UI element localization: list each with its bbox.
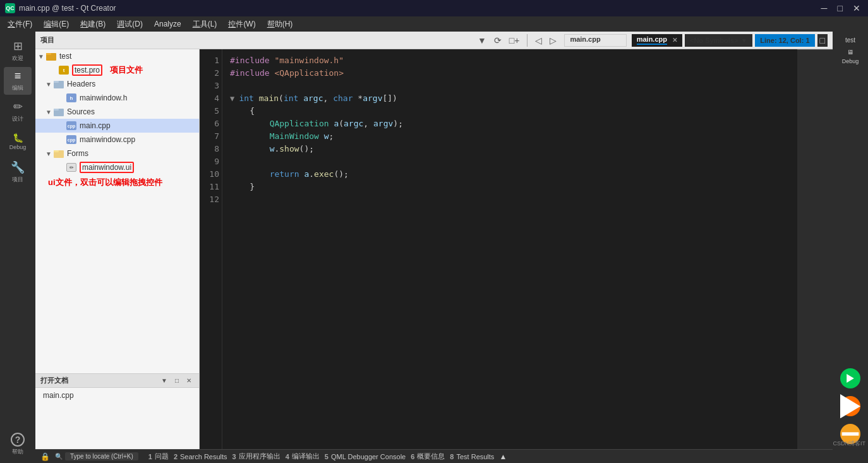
status-arrow-btn[interactable]: ▲ xyxy=(499,452,507,461)
status-lock-icon: 🔒 xyxy=(40,452,50,461)
menu-analyze[interactable]: Analyze xyxy=(149,18,186,30)
minimize-button[interactable]: ─ xyxy=(819,3,830,13)
open-docs-close-btn[interactable]: ✕ xyxy=(184,376,194,385)
toolbar-forward-btn[interactable]: ▷ xyxy=(547,34,559,47)
tree-label-forms: Forms xyxy=(67,149,88,158)
code-line-2: #include <QApplication> xyxy=(230,67,790,80)
tree-item-headers[interactable]: ▼ Headers xyxy=(35,77,199,91)
code-line-10: return a.exec(); xyxy=(230,168,790,181)
code-line-5: { xyxy=(230,105,790,117)
tree-label-mainwindow-ui: mainwindow.ui xyxy=(80,162,134,173)
code-content[interactable]: #include "mainwindow.h" #include <QAppli… xyxy=(222,49,797,449)
status-item-test-results[interactable]: 8 Test Results xyxy=(447,453,497,460)
sidebar-item-help[interactable]: ? 帮助 xyxy=(4,430,32,458)
sidebar-item-project[interactable]: 🔧 项目 xyxy=(4,158,32,186)
run-panel xyxy=(797,49,833,449)
svg-rect-3 xyxy=(54,81,59,83)
pro-annotation: 项目文件 xyxy=(110,64,143,76)
sidebar-item-welcome[interactable]: ⊞ 欢迎 xyxy=(4,37,32,64)
sidebar-welcome-label: 欢迎 xyxy=(12,54,23,63)
tree-item-mainwindow-cpp[interactable]: cpp mainwindow.cpp xyxy=(35,133,199,147)
svg-rect-7 xyxy=(54,150,59,152)
status-search-input[interactable]: Type to locate (Ctrl+K) xyxy=(65,452,138,460)
tree-item-mainwindow-ui[interactable]: ✏ mainwindow.ui xyxy=(35,160,199,174)
open-docs-float-btn[interactable]: □ xyxy=(172,376,181,385)
status-item-app-output[interactable]: 3 应用程序输出 xyxy=(230,452,283,461)
menu-file[interactable]: 文件(F) xyxy=(3,18,37,31)
menu-debug[interactable]: 调试(D) xyxy=(112,18,148,31)
tree-item-mainwindow-h[interactable]: h mainwindow.h xyxy=(35,91,199,105)
ui-file-icon: ✏ xyxy=(66,163,77,172)
tree-label-testpro: test.pro xyxy=(72,64,102,76)
ui-annotation: ui文件，双击可以编辑拖拽控件 xyxy=(48,177,162,187)
toolbar-sync-btn[interactable]: ⟳ xyxy=(491,34,504,47)
run-button[interactable] xyxy=(840,368,860,388)
sidebar-edit-label: 编辑 xyxy=(12,84,23,92)
cpp-file-icon: cpp xyxy=(66,121,77,130)
sidebar-item-debug[interactable]: 🐛 Debug xyxy=(4,128,32,155)
menu-widgets[interactable]: 控件(W) xyxy=(223,18,260,31)
status-item-compile[interactable]: 4 编译输出 xyxy=(283,452,322,461)
watermark: CSDN博客IT xyxy=(833,440,866,448)
menu-tools[interactable]: 工具(L) xyxy=(188,18,222,31)
project-tree: ▼ test t test.pro 项目文件 xyxy=(35,49,199,373)
forms-folder-icon xyxy=(53,149,64,158)
code-line-6: QApplication a(argc, argv); xyxy=(230,117,790,130)
left-sidebar: ⊞ 欢迎 ≡ 编辑 ✏ 设计 🐛 Debug 🔧 项目 ? 帮助 xyxy=(0,32,35,463)
menu-help[interactable]: 帮助(H) xyxy=(262,18,298,31)
status-item-qml-debug[interactable]: 5 QML Debugger Console xyxy=(322,453,408,460)
status-item-problems[interactable]: 1 问题 xyxy=(146,452,171,461)
cpp-file-icon2: cpp xyxy=(66,135,77,144)
open-docs-list: main.cpp xyxy=(35,388,199,403)
tree-item-testpro[interactable]: t test.pro 项目文件 xyxy=(35,63,199,77)
expand-arrow-forms: ▼ xyxy=(45,150,53,157)
tree-item-forms[interactable]: ▼ Forms xyxy=(35,147,199,160)
svg-marker-8 xyxy=(847,374,854,383)
sidebar-item-design[interactable]: ✏ 设计 xyxy=(4,97,32,125)
editor-area: 1 2 3 4 5 6 7 8 9 10 11 12 #includ xyxy=(200,49,797,449)
toolbar-add-btn[interactable]: □+ xyxy=(507,34,522,47)
project-panel: ▼ test t test.pro 项目文件 xyxy=(35,49,200,449)
close-button[interactable]: ✕ xyxy=(850,3,863,13)
tree-label-mainwindow-h: mainwindow.h xyxy=(80,93,127,102)
menu-build[interactable]: 构建(B) xyxy=(75,18,111,31)
welcome-icon: ⊞ xyxy=(13,39,23,53)
debug-label-sidebar: Debug xyxy=(842,58,859,64)
tree-item-sources[interactable]: ▼ Sources xyxy=(35,105,199,119)
code-line-4: ▼ int main(int argc, char *argv[]) xyxy=(230,92,790,105)
help-icon: ? xyxy=(11,433,25,447)
maximize-button[interactable]: □ xyxy=(835,3,845,13)
debug-icon: 🐛 xyxy=(13,133,23,143)
status-item-search[interactable]: 2 Search Results xyxy=(171,453,230,460)
svg-rect-5 xyxy=(54,109,59,111)
run-debug-button[interactable] xyxy=(840,396,860,416)
tree-item-test[interactable]: ▼ test xyxy=(35,49,199,63)
tree-label-test: test xyxy=(59,52,71,61)
svg-marker-9 xyxy=(840,394,860,418)
code-line-11: } xyxy=(230,181,790,193)
tree-item-main-cpp[interactable]: cpp main.cpp xyxy=(35,119,199,133)
titlebar: QC main.cpp @ test - Qt Creator ─ □ ✕ xyxy=(0,0,868,16)
secondary-toolbar: 项目 ▼ ⟳ □+ ◁ ▷ main.cpp main.cpp ✕ <No Sy… xyxy=(35,32,833,49)
headers-folder-icon xyxy=(53,80,64,88)
open-docs-expand-btn[interactable]: ▼ xyxy=(159,376,170,385)
status-item-overview[interactable]: 6 概要信息 xyxy=(408,452,447,461)
tree-label-headers: Headers xyxy=(67,80,95,88)
symbols-dropdown-icon[interactable]: ▼ xyxy=(740,37,747,44)
tab-close-icon[interactable]: ✕ xyxy=(672,37,677,44)
debug-icon-sidebar: 🖥 xyxy=(847,49,853,56)
open-docs-title: 打开文档 xyxy=(40,376,68,385)
code-line-1: #include "mainwindow.h" xyxy=(230,54,790,67)
toolbar-filter-btn[interactable]: ▼ xyxy=(475,34,489,47)
sidebar-item-edit[interactable]: ≡ 编辑 xyxy=(4,67,32,95)
open-doc-item[interactable]: main.cpp xyxy=(35,389,199,402)
tab-filename[interactable]: main.cpp xyxy=(637,35,667,45)
toolbar-back-btn[interactable]: ◁ xyxy=(533,34,545,47)
status-search-icon: 🔍 xyxy=(55,453,63,460)
test-folder-icon xyxy=(45,52,57,61)
no-symbols-label: <No Symbols> xyxy=(690,37,738,44)
menu-edit[interactable]: 编辑(E) xyxy=(39,18,74,31)
h-file-icon: h xyxy=(66,93,77,102)
split-editor-btn[interactable]: □ xyxy=(817,34,828,47)
code-line-3 xyxy=(230,80,790,92)
